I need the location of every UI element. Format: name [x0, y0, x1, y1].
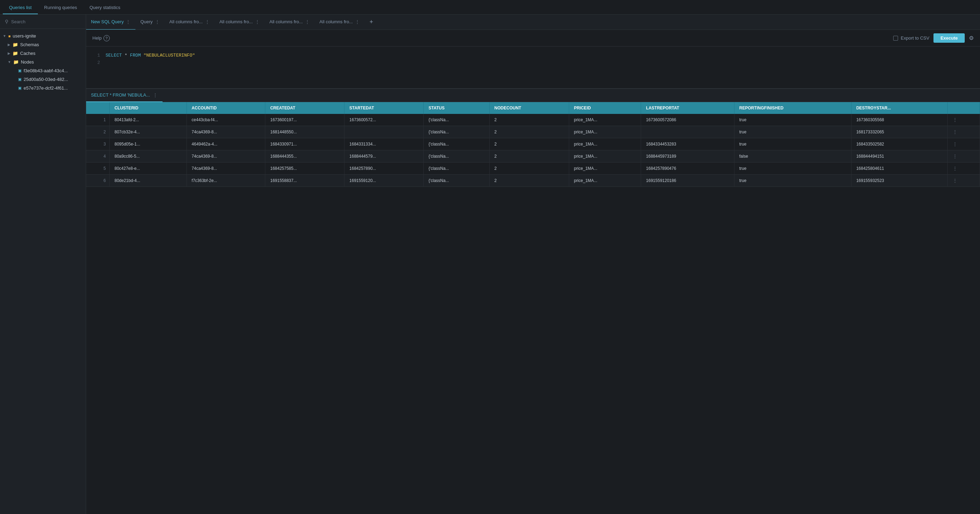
table-body: 180413afd-2...ce443cba-f4...1673600197..…: [86, 114, 980, 187]
folder-icon: 📁: [13, 51, 18, 56]
results-table: CLUSTERID ACCOUNTID CREATEDAT STARTEDAT …: [86, 102, 980, 187]
folder-icon: 📁: [13, 59, 19, 65]
chevron-right-icon: ▶: [8, 43, 10, 46]
sidebar-item-node1[interactable]: ▣ f3e08b43-aabf-43c4...: [0, 66, 86, 75]
query-tab-new-sql[interactable]: New SQL Query ⋮: [86, 14, 135, 30]
chevron-down-icon: ▼: [8, 60, 11, 64]
col-header-lastreportat[interactable]: LASTREPORTAT: [641, 102, 734, 114]
search-input[interactable]: [11, 19, 81, 24]
row-number: 6: [86, 175, 110, 187]
table-header-row: CLUSTERID ACCOUNTID CREATEDAT STARTEDAT …: [86, 102, 980, 114]
sidebar-item-node2[interactable]: ▣ 25d00a50-03ed-482...: [0, 75, 86, 84]
chevron-right-icon: ▶: [8, 51, 10, 55]
node-icon: ▣: [18, 77, 22, 82]
row-cell: [345, 126, 424, 138]
sql-keyword-from: FROM: [130, 53, 141, 58]
tab-menu-icon[interactable]: ⋮: [126, 19, 130, 25]
col-header-destroystar[interactable]: DESTROYSTAR...: [851, 102, 948, 114]
row-cell: 168433502582: [851, 138, 948, 150]
col-header-status[interactable]: STATUS: [423, 102, 489, 114]
result-tab[interactable]: SELECT * FROM 'NEBULA... ⋮: [86, 89, 162, 102]
help-circle-icon: ?: [103, 35, 110, 41]
row-number: 1: [86, 114, 110, 126]
col-header-reportingfinished[interactable]: REPORTINGFINISHED: [734, 102, 851, 114]
tab-query-statistics[interactable]: Query statistics: [83, 2, 127, 14]
col-header-clusterid[interactable]: CLUSTERID: [110, 102, 186, 114]
row-cell: true: [734, 126, 851, 138]
row-cell: 1684257890...: [345, 162, 424, 175]
tab-menu-icon[interactable]: ⋮: [305, 19, 310, 25]
result-tab-menu-icon[interactable]: ⋮: [153, 92, 158, 98]
row-cell: f7c363bf-2e...: [186, 175, 265, 187]
row-number: 2: [86, 126, 110, 138]
col-header-accountid[interactable]: ACCOUNTID: [186, 102, 265, 114]
sidebar-item-label: f3e08b43-aabf-43c4...: [24, 68, 68, 73]
row-menu-button[interactable]: ⋮: [948, 150, 980, 162]
tab-menu-icon[interactable]: ⋮: [155, 19, 160, 25]
results-table-wrapper[interactable]: CLUSTERID ACCOUNTID CREATEDAT STARTEDAT …: [86, 102, 980, 514]
row-cell: {'classNa...: [423, 175, 489, 187]
row-number: 3: [86, 138, 110, 150]
content-area: New SQL Query ⋮ Query ⋮ All columns fro.…: [86, 14, 980, 514]
sidebar-item-nodes[interactable]: ▼ 📁 Nodes: [0, 58, 86, 66]
query-tab-3[interactable]: All columns fro... ⋮: [165, 14, 215, 30]
row-cell: 2: [489, 126, 569, 138]
row-cell: 167360305568: [851, 114, 948, 126]
table-row: 2807cb32e-4...74ca4369-8...1681448550...…: [86, 126, 980, 138]
query-tab-query[interactable]: Query ⋮: [135, 14, 164, 30]
query-tab-6[interactable]: All columns fro... ⋮: [315, 14, 364, 30]
sql-keyword-select: SELECT: [105, 53, 122, 58]
table-row: 480a9cc86-5...74ca4369-8...1688444355...…: [86, 150, 980, 162]
query-tab-4[interactable]: All columns fro... ⋮: [215, 14, 265, 30]
row-cell: price_1MA...: [569, 138, 641, 150]
table-row: 180413afd-2...ce443cba-f4...1673600197..…: [86, 114, 980, 126]
table-row: 38095d05e-1...4649462a-4...1684330971...…: [86, 138, 980, 150]
row-cell: 74ca4369-8...: [186, 162, 265, 175]
row-cell: 1684257890476: [641, 162, 734, 175]
help-button[interactable]: Help ?: [92, 35, 110, 41]
row-cell: 168173332065: [851, 126, 948, 138]
row-cell: 80a9cc86-5...: [110, 150, 186, 162]
search-icon: ⚲: [5, 19, 8, 24]
top-nav: Queries list Running queries Query stati…: [0, 0, 980, 14]
sidebar-item-schemas[interactable]: ▶ 📁 Schemas: [0, 40, 86, 49]
tab-running-queries[interactable]: Running queries: [38, 2, 83, 14]
row-menu-button[interactable]: ⋮: [948, 162, 980, 175]
query-toolbar: Help ? Export to CSV Execute ⚙: [86, 30, 980, 46]
row-cell: 1684257585...: [265, 162, 345, 175]
execute-button[interactable]: Execute: [934, 33, 965, 43]
tab-queries-list[interactable]: Queries list: [3, 2, 38, 14]
col-header-createdat[interactable]: CREATEDAT: [265, 102, 345, 114]
col-header-num: [86, 102, 110, 114]
row-menu-button[interactable]: ⋮: [948, 114, 980, 126]
tab-menu-icon[interactable]: ⋮: [205, 19, 210, 25]
add-tab-button[interactable]: +: [364, 14, 378, 30]
result-tab-label: SELECT * FROM 'NEBULA...: [91, 92, 150, 98]
row-cell: price_1MA...: [569, 114, 641, 126]
row-cell: 807cb32e-4...: [110, 126, 186, 138]
col-header-nodecount[interactable]: NODECOUNT: [489, 102, 569, 114]
sql-operator: *: [125, 53, 130, 58]
editor-area[interactable]: 1 SELECT * FROM "NEBULACLUSTERINFO" 2: [86, 46, 980, 88]
row-number: 4: [86, 150, 110, 162]
export-csv-checkbox[interactable]: [893, 36, 898, 41]
sidebar-item-caches[interactable]: ▶ 📁 Caches: [0, 49, 86, 58]
row-cell: 1684330971...: [265, 138, 345, 150]
sidebar-item-users-ignite[interactable]: ▼ ■ users-ignite: [0, 32, 86, 40]
col-header-startedat[interactable]: STARTEDAT: [345, 102, 424, 114]
row-cell: 1673600197...: [265, 114, 345, 126]
row-cell: 1688444355...: [265, 150, 345, 162]
tab-menu-icon[interactable]: ⋮: [255, 19, 260, 25]
settings-icon[interactable]: ⚙: [969, 35, 974, 41]
row-menu-button[interactable]: ⋮: [948, 175, 980, 187]
tree-container: ▼ ■ users-ignite ▶ 📁 Schemas ▶ 📁 Caches …: [0, 29, 86, 95]
row-menu-button[interactable]: ⋮: [948, 126, 980, 138]
query-tab-5[interactable]: All columns fro... ⋮: [265, 14, 315, 30]
col-header-priceid[interactable]: PRICEID: [569, 102, 641, 114]
tab-menu-icon[interactable]: ⋮: [355, 19, 360, 25]
row-cell: 1681448550...: [265, 126, 345, 138]
sidebar-item-node3[interactable]: ▣ e57e737e-dcf2-4f61...: [0, 84, 86, 92]
row-menu-button[interactable]: ⋮: [948, 138, 980, 150]
row-cell: 2: [489, 175, 569, 187]
row-cell: 2: [489, 162, 569, 175]
